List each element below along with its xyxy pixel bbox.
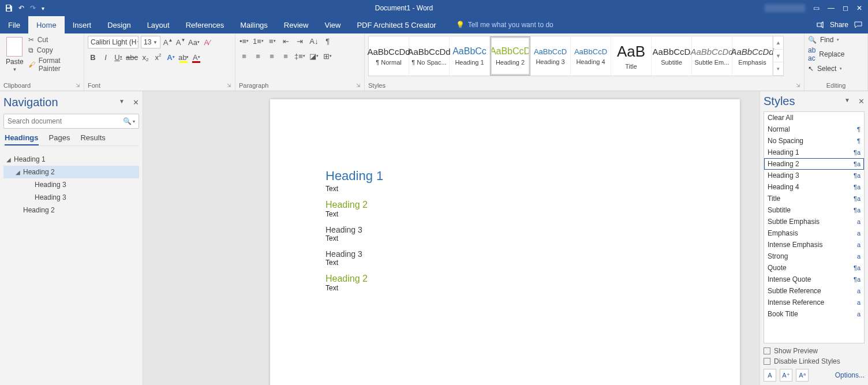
comments-icon[interactable] (854, 21, 862, 29)
style-list-item[interactable]: Heading 2¶a (764, 158, 864, 170)
nav-tab-pages[interactable]: Pages (49, 133, 70, 145)
styles-list[interactable]: Clear AllNormal¶No Spacing¶Heading 1¶aHe… (764, 111, 865, 343)
superscript-button[interactable]: x2 (153, 52, 163, 62)
style-tile--no-spac-[interactable]: AaBbCcDd¶ No Spac... (409, 36, 450, 76)
style-list-item[interactable]: Title¶a (764, 193, 864, 204)
style-tile-title[interactable]: AaBTitle (611, 36, 652, 76)
dialog-launcher-icon[interactable]: ⇲ (356, 80, 361, 91)
tab-pdf-architect[interactable]: PDF Architect 5 Creator (349, 16, 444, 33)
style-tile-heading-2[interactable]: AaBbCcDHeading 2 (490, 36, 530, 76)
doc-text[interactable]: Text (326, 259, 684, 267)
doc-text[interactable]: Text (326, 210, 684, 218)
style-tile-heading-1[interactable]: AaBbCcHeading 1 (450, 36, 490, 76)
styles-gallery[interactable]: AaBbCcDd¶ NormalAaBbCcDd¶ No Spac...AaBb… (368, 36, 784, 76)
style-tile-heading-3[interactable]: AaBbCcDHeading 3 (530, 36, 571, 76)
style-list-item[interactable]: Clear All (764, 112, 864, 124)
clear-formatting-button[interactable]: A⁄ (202, 37, 212, 47)
paste-button[interactable]: Paste ▼ (3, 36, 26, 73)
tab-insert[interactable]: Insert (65, 16, 100, 33)
nav-tab-headings[interactable]: Headings (5, 133, 39, 145)
dialog-launcher-icon[interactable]: ⇲ (796, 80, 800, 91)
doc-text[interactable]: Text (326, 284, 684, 292)
tell-me-search[interactable]: 💡 Tell me what you want to do (444, 16, 553, 33)
increase-indent-button[interactable]: ⇥ (295, 36, 305, 46)
search-icon[interactable]: 🔍 (123, 117, 132, 125)
style-tile-heading-4[interactable]: AaBbCcDHeading 4 (571, 36, 611, 76)
align-left-button[interactable]: ≡ (239, 51, 249, 61)
style-list-item[interactable]: Intense Quote¶a (764, 274, 864, 285)
strikethrough-button[interactable]: abc (126, 52, 138, 62)
save-icon[interactable] (5, 4, 13, 12)
tree-caret-icon[interactable]: ◢ (15, 169, 21, 175)
undo-icon[interactable]: ↶ (18, 4, 24, 12)
style-list-item[interactable]: Normal¶ (764, 124, 864, 135)
bullets-button[interactable]: •≡▾ (239, 36, 249, 46)
new-style-button[interactable]: A (764, 369, 776, 382)
style-list-item[interactable]: Subtitle¶a (764, 204, 864, 216)
tab-file[interactable]: File (0, 16, 28, 33)
style-list-item[interactable]: Emphasisa (764, 227, 864, 239)
scroll-up-icon[interactable]: ▲ (773, 36, 783, 50)
find-button[interactable]: 🔍Find▾ (808, 36, 844, 44)
style-tile-emphasis[interactable]: AaBbCcDdEmphasis (732, 36, 773, 76)
doc-text[interactable]: Text (326, 234, 684, 242)
ribbon-display-icon[interactable]: ▭ (813, 4, 820, 12)
style-list-item[interactable]: Intense Referencea (764, 297, 864, 308)
close-icon[interactable]: ✕ (856, 4, 862, 12)
shading-button[interactable]: ◪▾ (309, 51, 319, 61)
document-page[interactable]: Heading 1TextHeading 2TextHeading 3TextH… (270, 99, 740, 385)
tab-design[interactable]: Design (99, 16, 139, 33)
shrink-font-button[interactable]: A▼ (175, 37, 186, 47)
font-name-combo[interactable]: Calibri Light (H▼ (88, 36, 139, 48)
style-list-item[interactable]: Subtle Referencea (764, 285, 864, 297)
show-preview-checkbox[interactable]: Show Preview (764, 347, 865, 355)
borders-button[interactable]: ⊞▾ (323, 51, 333, 61)
font-size-combo[interactable]: 13▼ (141, 36, 160, 48)
styles-options-link[interactable]: Options... (835, 371, 865, 379)
line-spacing-button[interactable]: ‡≡▾ (294, 51, 305, 61)
bold-button[interactable]: B (88, 52, 98, 62)
select-button[interactable]: ↖Select▾ (808, 65, 844, 73)
italic-button[interactable]: I (100, 52, 111, 62)
tab-layout[interactable]: Layout (139, 16, 178, 33)
nav-heading-item[interactable]: Heading 2 (3, 204, 139, 216)
gallery-scroll[interactable]: ▲▼▾ (773, 36, 783, 76)
doc-h3[interactable]: Heading 3 (326, 225, 684, 234)
dialog-launcher-icon[interactable]: ⇲ (76, 80, 80, 91)
manage-styles-button[interactable]: Aᵃ (796, 369, 809, 382)
text-effects-button[interactable]: A▾ (166, 52, 176, 62)
doc-h2[interactable]: Heading 2 (326, 200, 684, 210)
search-input[interactable] (8, 117, 123, 125)
decrease-indent-button[interactable]: ⇤ (281, 36, 291, 46)
grow-font-button[interactable]: A▲ (163, 37, 173, 47)
highlight-button[interactable]: ab▾ (178, 52, 189, 62)
align-right-button[interactable]: ≡ (267, 51, 277, 61)
scroll-down-icon[interactable]: ▼ (773, 50, 783, 63)
navigation-search[interactable]: 🔍▾ (3, 114, 139, 129)
style-inspector-button[interactable]: A⁺ (780, 369, 792, 382)
nav-tab-results[interactable]: Results (80, 133, 105, 145)
nav-heading-item[interactable]: ◢Heading 2 (3, 166, 139, 178)
font-color-button[interactable]: A▾ (191, 52, 201, 62)
style-list-item[interactable]: Heading 4¶a (764, 181, 864, 193)
dialog-launcher-icon[interactable]: ⇲ (227, 80, 231, 91)
minimize-icon[interactable]: — (828, 4, 835, 12)
format-painter-button[interactable]: 🖌Format Painter (28, 57, 80, 73)
align-center-button[interactable]: ≡ (253, 51, 263, 61)
tab-mailings[interactable]: Mailings (232, 16, 276, 33)
doc-h1[interactable]: Heading 1 (326, 169, 684, 184)
pane-options-icon[interactable]: ▼ (119, 98, 125, 107)
doc-h2[interactable]: Heading 2 (326, 274, 684, 284)
style-list-item[interactable]: Intense Emphasisa (764, 239, 864, 251)
nav-heading-item[interactable]: Heading 3 (3, 178, 139, 191)
close-pane-icon[interactable]: ✕ (133, 98, 139, 107)
style-list-item[interactable]: Subtle Emphasisa (764, 216, 864, 227)
change-case-button[interactable]: Aa▾ (188, 37, 200, 47)
multilevel-list-button[interactable]: ≡▾ (267, 36, 278, 46)
style-list-item[interactable]: Heading 1¶a (764, 147, 864, 158)
replace-button[interactable]: abacReplace (808, 46, 844, 62)
copy-button[interactable]: ⧉Copy (28, 46, 80, 54)
qat-customize-icon[interactable]: ▾ (42, 5, 44, 12)
numbering-button[interactable]: 1≡▾ (253, 36, 264, 46)
maximize-icon[interactable]: ◻ (843, 4, 848, 12)
